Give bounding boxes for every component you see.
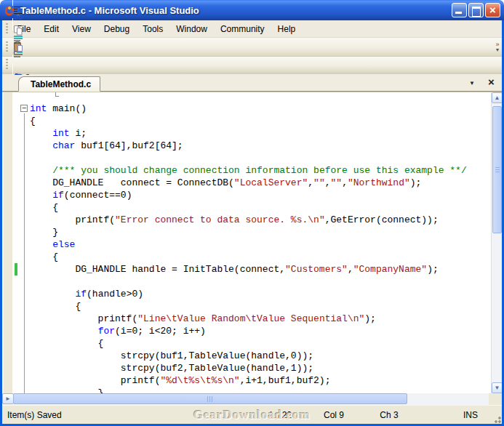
code-line[interactable]: DG_HANDLE connect = ConnectDB("LocalServ… [30, 177, 491, 189]
status-bar: Item(s) Saved Ln 22 Col 9 Ch 3 INS GearD… [2, 405, 502, 424]
fold-collapse-box[interactable]: − [20, 105, 28, 112]
code-line[interactable] [30, 152, 491, 164]
code-line[interactable]: int main() [30, 103, 491, 115]
code-line[interactable]: { [30, 337, 491, 350]
code-line[interactable]: { [30, 251, 491, 263]
code-line[interactable]: { [30, 300, 491, 313]
v-scroll-thumb[interactable] [492, 106, 502, 233]
cut-button[interactable] [10, 7, 156, 23]
code-lines: int main(){ int i; char buf1[64],buf2[64… [30, 92, 491, 393]
menu-item-window[interactable]: Window [169, 22, 214, 36]
code-line[interactable] [30, 276, 491, 288]
outline-tick [55, 92, 59, 97]
toolbar-grip[interactable] [5, 59, 9, 71]
minimize-button[interactable] [452, 3, 467, 17]
code-line[interactable]: if(handle>0) [30, 288, 491, 300]
uncomment-button[interactable] [10, 47, 25, 63]
code-line[interactable]: else [30, 238, 491, 251]
code-line[interactable]: { [30, 115, 491, 127]
change-tracking-bar [15, 263, 17, 276]
tab-tablemethod[interactable]: TableMethod.c [18, 76, 100, 92]
code-line[interactable]: if(connect==0) [30, 189, 491, 201]
code-line[interactable]: strcpy(buf1,TableValue(handle,0)); [30, 350, 491, 362]
menu-item-help[interactable]: Help [271, 22, 303, 36]
document-tab-bar: TableMethod.c [2, 75, 502, 92]
watermark: GearDownload.com [193, 408, 311, 422]
increase-indent-button[interactable] [10, 2, 25, 18]
code-line[interactable]: char buf1[64],buf2[64]; [30, 140, 491, 152]
toolbar-separator [12, 18, 13, 31]
status-message: Item(s) Saved [7, 410, 62, 420]
horizontal-scrollbar[interactable]: ◄ ► [2, 393, 502, 405]
chevron-down-icon: ▾ [496, 47, 499, 53]
comment-icon [12, 33, 24, 46]
code-line[interactable]: } [30, 226, 491, 238]
window-body: File Edit View Debug Tools Window Commun… [0, 20, 504, 426]
text-editor-toolbar: A»▾ [2, 57, 502, 73]
h-scroll-right-button[interactable]: ► [2, 393, 14, 404]
fold-structure-line [24, 113, 25, 393]
h-scroll-thumb[interactable] [13, 393, 407, 404]
uncomment-icon [12, 49, 24, 62]
code-line[interactable]: printf("Error connect to data source. %s… [30, 214, 491, 226]
toolbar-options-button[interactable]: » ▾ [494, 39, 501, 55]
scrollbar-corner [489, 393, 502, 405]
indicator-margin[interactable] [2, 92, 12, 393]
code-area[interactable]: int main(){ int i; char buf1[64],buf2[64… [30, 92, 491, 393]
document-list-dropdown-button[interactable] [467, 77, 479, 89]
toolbar-grip[interactable] [5, 23, 9, 35]
visual-studio-window: TableMethod.c - Microsoft Visual Studio … [0, 0, 504, 426]
code-editor: − int main(){ int i; char buf1[64],buf2[… [2, 92, 502, 393]
code-line[interactable]: { [30, 201, 491, 214]
tab-label: TableMethod.c [31, 79, 91, 89]
v-scroll-up-button[interactable]: ▲ [492, 92, 502, 103]
decrease-indent-icon [12, 0, 24, 1]
code-line[interactable]: printf("%d\t%s\t%s\n",i+1,buf1,buf2); [30, 374, 491, 387]
vertical-scrollbar[interactable]: ▲ ▼ [491, 92, 502, 393]
fold-margin: − [19, 92, 30, 393]
close-button[interactable] [485, 3, 500, 17]
comment-button[interactable] [10, 31, 25, 47]
maximize-button[interactable] [468, 3, 484, 17]
status-insert-mode: INS [455, 410, 487, 420]
code-line[interactable]: int i; [30, 127, 491, 140]
code-line[interactable]: for(i=0; i<20; i++) [30, 325, 491, 337]
toolbar-grip[interactable] [5, 41, 9, 53]
increase-indent-icon [12, 4, 24, 17]
status-ch: Ch 3 [370, 410, 408, 420]
resize-grip[interactable] [492, 414, 501, 423]
status-col: Col 9 [313, 410, 354, 420]
code-line[interactable]: } [30, 387, 491, 393]
copy-button[interactable] [10, 23, 156, 39]
toolbar-separator [12, 63, 13, 76]
paste-button[interactable] [10, 39, 156, 55]
close-document-button[interactable] [486, 77, 497, 89]
code-line[interactable]: DG_HANDLE handle = InitTable(connect,"Cu… [30, 263, 491, 276]
standard-toolbar: ▾▾▾▾▾▼▼ » ▾ [2, 38, 502, 57]
code-line[interactable]: printf("Line\tValue Random\tValue Sequen… [30, 313, 491, 325]
menu-item-community[interactable]: Community [214, 22, 271, 36]
code-line[interactable]: strcpy(buf2,TableValue(handle,1)); [30, 362, 491, 374]
code-line[interactable]: /*** you should change connection inform… [30, 164, 491, 177]
change-margin [12, 92, 19, 393]
v-scroll-down-button[interactable]: ▼ [492, 382, 502, 393]
